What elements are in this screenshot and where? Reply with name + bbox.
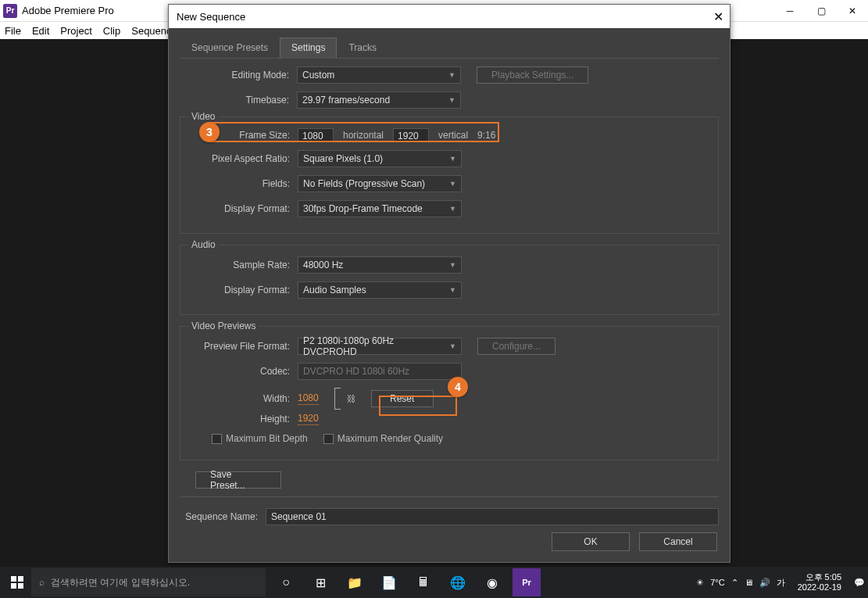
preview-format-select[interactable]: P2 1080i-1080p 60Hz DVCPROHD ▼ xyxy=(298,338,462,355)
preview-format-label: Preview File Format: xyxy=(180,341,298,352)
vertical-label: vertical xyxy=(438,130,468,141)
svg-rect-1 xyxy=(18,576,23,582)
sample-rate-value: 48000 Hz xyxy=(303,260,343,270)
chevron-down-icon: ▼ xyxy=(448,71,455,79)
chrome-icon[interactable]: ◉ xyxy=(478,568,506,596)
tab-sequence-presets[interactable]: Sequence Presets xyxy=(180,38,280,58)
chevron-down-icon: ▼ xyxy=(449,205,456,213)
editing-mode-value: Custom xyxy=(302,70,334,81)
edge-icon[interactable]: 🌐 xyxy=(444,568,472,596)
max-render-quality-checkbox[interactable] xyxy=(323,434,334,444)
cortana-icon[interactable]: ○ xyxy=(272,568,300,596)
calc-icon[interactable]: 🖩 xyxy=(409,568,438,596)
previews-legend: Video Previews xyxy=(188,320,259,331)
timebase-select[interactable]: 29.97 frames/second ▼ xyxy=(297,91,461,109)
playback-settings-button[interactable]: Playback Settings... xyxy=(477,66,588,84)
editing-mode-label: Editing Mode: xyxy=(180,70,297,81)
save-preset-button[interactable]: Save Preset... xyxy=(195,471,281,489)
dialog-footer: OK Cancel xyxy=(552,532,717,551)
close-button[interactable]: ✕ xyxy=(837,0,868,22)
chevron-down-icon: ▼ xyxy=(448,96,455,104)
timebase-label: Timebase: xyxy=(180,95,297,106)
clock-date: 2022-02-19 xyxy=(798,582,841,593)
chevron-down-icon: ▼ xyxy=(449,342,456,350)
frame-size-label: Frame Size: xyxy=(180,130,298,141)
audio-fieldset: Audio Sample Rate: 48000 Hz ▼ Display Fo… xyxy=(180,245,719,315)
maximize-button[interactable]: ▢ xyxy=(805,0,837,22)
annotation-badge-4: 4 xyxy=(448,377,468,397)
tray-chevron-icon[interactable]: ⌃ xyxy=(731,578,738,588)
vdf-label: Display Format: xyxy=(180,203,298,214)
dialog-title: New Sequence xyxy=(177,11,245,23)
chevron-down-icon: ▼ xyxy=(449,180,456,188)
weather-temp: 7°C xyxy=(710,578,724,587)
start-button[interactable] xyxy=(3,568,31,596)
vdf-value: 30fps Drop-Frame Timecode xyxy=(303,203,423,214)
sample-rate-select[interactable]: 48000 Hz ▼ xyxy=(298,256,462,274)
dialog-titlebar[interactable]: New Sequence ✕ xyxy=(169,5,730,28)
notepad-icon[interactable]: 📄 xyxy=(375,568,403,596)
preview-format-value: P2 1080i-1080p 60Hz DVCPROHD xyxy=(303,335,449,357)
network-icon[interactable]: 🖥 xyxy=(745,578,753,587)
aspect-ratio: 9:16 xyxy=(477,130,495,141)
taskbar: ⌕ 검색하려면 여기에 입력하십시오. ○ ⊞ 📁 📄 🖩 🌐 ◉ Pr ☀ 7… xyxy=(0,567,868,598)
chevron-down-icon: ▼ xyxy=(449,155,456,163)
taskview-icon[interactable]: ⊞ xyxy=(306,568,334,596)
minimize-button[interactable]: ─ xyxy=(774,0,805,22)
menu-clip[interactable]: Clip xyxy=(103,25,120,37)
width-input[interactable]: 1080 xyxy=(298,392,319,405)
configure-button[interactable]: Configure... xyxy=(477,338,555,355)
taskbar-search[interactable]: ⌕ 검색하려면 여기에 입력하십시오. xyxy=(31,568,266,596)
horizontal-label: horizontal xyxy=(343,130,384,141)
max-bit-depth-label: Maximum Bit Depth xyxy=(226,433,308,444)
adf-value: Audio Samples xyxy=(303,285,366,295)
ok-button[interactable]: OK xyxy=(552,532,630,551)
editing-mode-select[interactable]: Custom ▼ xyxy=(297,66,461,84)
par-value: Square Pixels (1.0) xyxy=(303,153,383,164)
height-input[interactable]: 1920 xyxy=(298,413,319,425)
timebase-value: 29.97 frames/second xyxy=(302,95,390,106)
width-label: Width: xyxy=(180,393,298,404)
explorer-icon[interactable]: 📁 xyxy=(341,568,369,596)
menu-project[interactable]: Project xyxy=(60,25,91,37)
adf-select[interactable]: Audio Samples ▼ xyxy=(298,281,462,299)
svg-rect-0 xyxy=(11,576,16,582)
premiere-taskbar-icon[interactable]: Pr xyxy=(513,568,541,596)
vdf-select[interactable]: 30fps Drop-Frame Timecode ▼ xyxy=(298,200,462,217)
menu-file[interactable]: File xyxy=(5,25,21,37)
menu-edit[interactable]: Edit xyxy=(32,25,49,37)
notifications-icon[interactable]: 💬 xyxy=(854,578,865,588)
speaker-icon[interactable]: 🔊 xyxy=(759,578,770,588)
ime-icon[interactable]: 가 xyxy=(777,577,785,589)
adf-label: Display Format: xyxy=(180,285,298,295)
taskbar-clock[interactable]: 오후 5:05 2022-02-19 xyxy=(791,572,848,593)
weather-icon[interactable]: ☀ xyxy=(696,578,704,588)
max-render-quality-label: Maximum Render Quality xyxy=(338,433,443,444)
sample-rate-label: Sample Rate: xyxy=(180,260,298,270)
dialog-close-icon[interactable]: ✕ xyxy=(713,9,723,24)
codec-select: DVCPRO HD 1080i 60Hz xyxy=(298,363,462,380)
par-select[interactable]: Square Pixels (1.0) ▼ xyxy=(298,150,462,167)
frame-height-input[interactable]: 1920 xyxy=(393,128,429,142)
fields-select[interactable]: No Fields (Progressive Scan) ▼ xyxy=(298,175,462,192)
tab-settings[interactable]: Settings xyxy=(280,38,337,59)
premiere-icon: Pr xyxy=(3,4,17,18)
codec-label: Codec: xyxy=(180,366,298,377)
height-label: Height: xyxy=(180,414,298,424)
tab-tracks[interactable]: Tracks xyxy=(337,38,388,58)
chain-icon[interactable]: ⛓ xyxy=(347,394,355,403)
taskbar-tray: ☀ 7°C ⌃ 🖥 🔊 가 오후 5:05 2022-02-19 💬 xyxy=(696,572,865,593)
clock-time: 오후 5:05 xyxy=(798,572,841,582)
search-placeholder: 검색하려면 여기에 입력하십시오. xyxy=(51,576,190,589)
max-bit-depth-checkbox[interactable] xyxy=(212,434,222,444)
reset-button[interactable]: Reset xyxy=(371,390,434,407)
frame-width-input[interactable]: 1080 xyxy=(298,128,334,142)
search-icon: ⌕ xyxy=(39,577,45,588)
annotation-badge-3: 3 xyxy=(199,122,220,142)
new-sequence-dialog: New Sequence ✕ Sequence Presets Settings… xyxy=(168,4,730,563)
app-title: Adobe Premiere Pro xyxy=(22,5,114,16)
link-icon[interactable] xyxy=(334,388,341,410)
window-controls: ─ ▢ ✕ xyxy=(774,0,868,22)
cancel-button[interactable]: Cancel xyxy=(639,532,717,551)
sequence-name-input[interactable]: Sequence 01 xyxy=(266,508,719,525)
